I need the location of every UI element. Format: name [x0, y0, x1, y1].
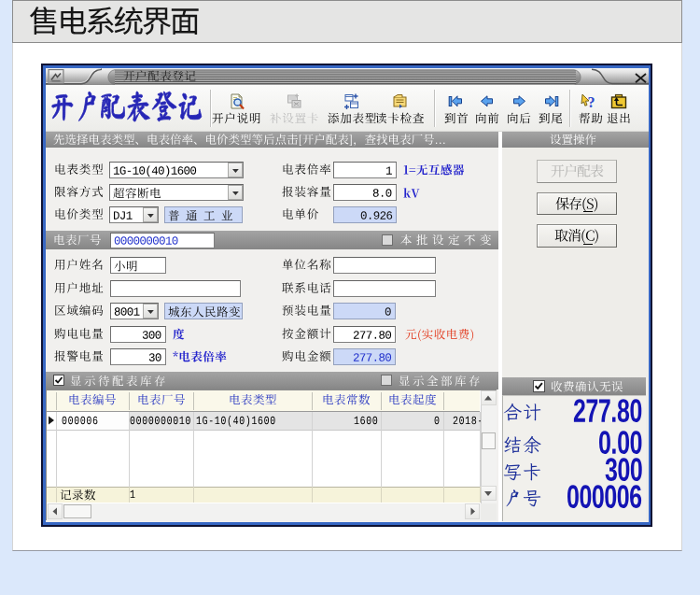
svg-text:?: ? — [588, 93, 595, 109]
